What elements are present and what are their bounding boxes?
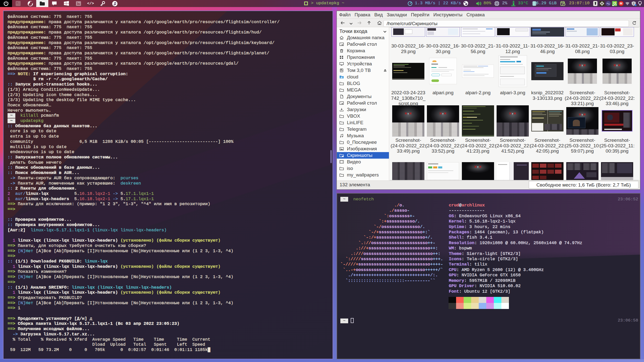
svg-text:G: G	[341, 77, 342, 78]
